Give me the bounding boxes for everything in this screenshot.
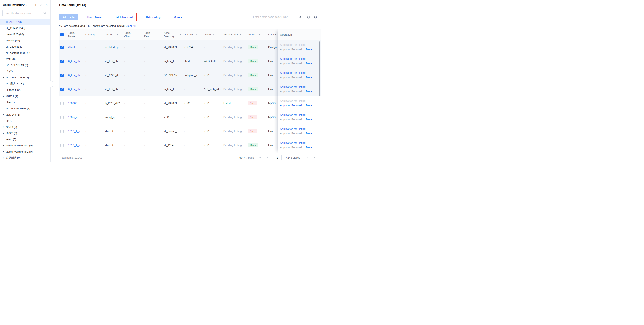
tree-item-14[interactable]: sk_content_0807 (1) (0, 105, 50, 112)
directory-search-input[interactable] (2, 10, 48, 16)
more-link[interactable]: More (306, 146, 312, 149)
tree-item-3[interactable]: sk0909 (69) (0, 37, 50, 44)
tree-item-13[interactable]: hive (1) (0, 99, 50, 105)
row-checkbox[interactable] (60, 130, 64, 133)
more-link[interactable]: More (306, 62, 312, 65)
tree-item-21[interactable]: ▶testmi_yewufenlei2 (0) (0, 148, 50, 155)
more-link[interactable]: More (306, 48, 312, 51)
expand-arrow-icon[interactable]: ▶ (3, 95, 6, 97)
add-table-button[interactable]: Add Table (59, 14, 78, 20)
more-link[interactable]: More (306, 90, 312, 93)
previous-page-button[interactable] (265, 155, 270, 160)
tree-item-17[interactable]: ▶fl0614 (0) (0, 124, 50, 130)
tree-item-19[interactable]: leimu (0) (0, 136, 50, 142)
row-checkbox[interactable]: ✓ (60, 46, 64, 49)
tree-item-4[interactable]: sk_2320R1 (9) (0, 44, 50, 50)
close-icon[interactable]: × (46, 3, 48, 6)
table-name-link[interactable]: 0_test_db (68, 74, 80, 76)
table-search-input[interactable] (251, 14, 303, 20)
expand-arrow-icon[interactable]: ▶ (3, 114, 6, 116)
application-for-listing-link[interactable]: Application for Listing (280, 141, 306, 144)
tree-item-2[interactable]: menu1226 (86) (0, 31, 50, 37)
batch-move-button[interactable]: Batch Move (84, 14, 106, 20)
tree-item-7[interactable]: DATAPLAN_MI (3) (0, 62, 50, 68)
row-checkbox[interactable] (60, 144, 64, 147)
filter-icon[interactable] (258, 34, 261, 36)
row-checkbox[interactable] (60, 102, 64, 105)
select-all-checkbox[interactable] (60, 33, 64, 36)
application-for-listing-link[interactable]: Application for Listing (280, 85, 306, 88)
page-number-input[interactable] (272, 155, 282, 160)
expand-arrow-icon[interactable]: ▶ (3, 151, 6, 152)
search-icon[interactable] (43, 12, 46, 15)
apply-for-removal-link[interactable]: Apply for Removal (280, 132, 302, 135)
apply-for-removal-link[interactable]: Apply for Removal (280, 90, 302, 93)
application-for-listing-link[interactable]: Application for Listing (280, 113, 306, 116)
filter-icon[interactable] (116, 34, 118, 36)
filter-icon[interactable] (196, 34, 198, 36)
tree-item-9[interactable]: ▶sk_theme_0606 (2) (0, 74, 50, 80)
tree-item-5[interactable]: sk_content_0806 (8) (0, 50, 50, 56)
add-directory-icon[interactable]: + (34, 3, 37, 6)
next-page-button[interactable] (304, 155, 310, 160)
tree-item-18[interactable]: ▶fl0620 (0) (0, 130, 50, 136)
row-checkbox[interactable]: ✓ (60, 88, 64, 91)
apply-for-removal-link[interactable]: Apply for Removal (280, 48, 302, 51)
tree-item-8[interactable]: c2 (2) (0, 68, 50, 74)
apply-for-removal-link[interactable]: Apply for Removal (280, 62, 302, 65)
application-for-listing-link[interactable]: Application for Listing (280, 57, 306, 60)
settings-gear-icon[interactable]: ⚙ (314, 16, 317, 19)
row-checkbox[interactable] (60, 116, 64, 119)
table-name-link[interactable]: 100w_a (68, 116, 78, 119)
tree-item-16[interactable]: dlc (0) (0, 118, 50, 124)
table-name-link[interactable]: 100000 (68, 102, 77, 105)
table-name-link[interactable]: 0_test_db (68, 60, 80, 62)
row-checkbox[interactable]: ✓ (60, 74, 64, 77)
vertical-scrollbar-thumb[interactable] (319, 42, 320, 96)
clear-all-link[interactable]: Clear All (126, 24, 136, 28)
filter-icon[interactable] (179, 34, 181, 36)
last-page-button[interactable] (312, 155, 317, 160)
more-button[interactable]: More▾ (170, 14, 186, 20)
tree-item-0[interactable]: All(12143) (0, 19, 50, 25)
more-link[interactable]: More (306, 104, 312, 107)
table-name-link[interactable]: 1012_1_as... (68, 144, 84, 147)
refresh-icon[interactable] (40, 3, 42, 6)
tree-item-1[interactable]: sk_1114 (11948) (0, 25, 50, 31)
expand-arrow-icon[interactable]: ▶ (3, 76, 6, 78)
expand-arrow-icon[interactable]: ▶ (3, 132, 6, 134)
tree-item-11[interactable]: ui_test_fl (2) (0, 87, 50, 93)
expand-arrow-icon[interactable]: ▶ (3, 126, 6, 128)
tree-item-6[interactable]: test1 (8) (0, 56, 50, 62)
expand-arrow-icon[interactable]: ▶ (3, 144, 6, 146)
tree-item-15[interactable]: ▶test724a (1) (0, 112, 50, 118)
apply-for-removal-link[interactable]: Apply for Removal (280, 104, 302, 107)
search-icon[interactable] (298, 16, 302, 19)
page-size-select[interactable]: 50 ▾ (240, 156, 244, 159)
tab-data-table[interactable]: Data Table (12141) (59, 3, 87, 9)
filter-icon[interactable] (213, 34, 215, 36)
application-for-listing-link[interactable]: Application for Listing (280, 43, 306, 46)
more-link[interactable]: More (306, 132, 312, 135)
tree-item-12[interactable]: ▶2312r1 (1) (0, 93, 50, 99)
expand-arrow-icon[interactable]: ▶ (3, 157, 6, 159)
tree-item-10[interactable]: sk_测试_1118 (2) (0, 80, 50, 87)
filter-icon[interactable] (240, 34, 242, 36)
batch-listing-button[interactable]: Batch listing (142, 14, 164, 20)
tree-item-20[interactable]: ▶testmi_yewufenlei1 (0) (0, 142, 50, 148)
row-checkbox[interactable]: ✓ (60, 60, 64, 63)
refresh-table-icon[interactable] (307, 16, 310, 19)
table-name-link[interactable]: 0_test_db_... (68, 88, 84, 90)
apply-for-removal-link[interactable]: Apply for Removal (280, 146, 302, 149)
batch-removal-button[interactable]: Batch Removal (112, 14, 135, 20)
first-page-button[interactable] (258, 155, 263, 160)
tree-item-22[interactable]: ▶分类测试 (0) (0, 155, 50, 161)
table-name-link[interactable]: 1012_1_as... (68, 130, 84, 133)
more-link[interactable]: More (306, 76, 312, 79)
application-for-listing-link[interactable]: Application for Listing (280, 99, 306, 102)
more-link[interactable]: More (306, 118, 312, 121)
table-name-link[interactable]: /$table (68, 46, 76, 48)
application-for-listing-link[interactable]: Application for Listing (280, 71, 306, 74)
application-for-listing-link[interactable]: Application for Listing (280, 127, 306, 130)
apply-for-removal-link[interactable]: Apply for Removal (280, 76, 302, 79)
